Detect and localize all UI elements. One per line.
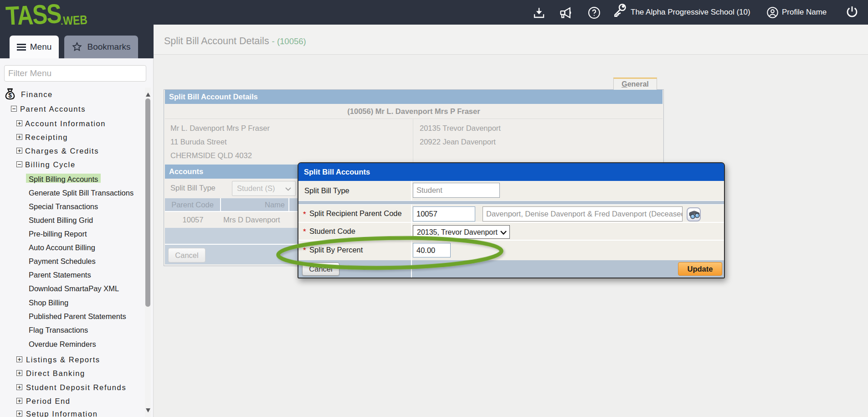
svg-text:$: $	[8, 92, 12, 99]
